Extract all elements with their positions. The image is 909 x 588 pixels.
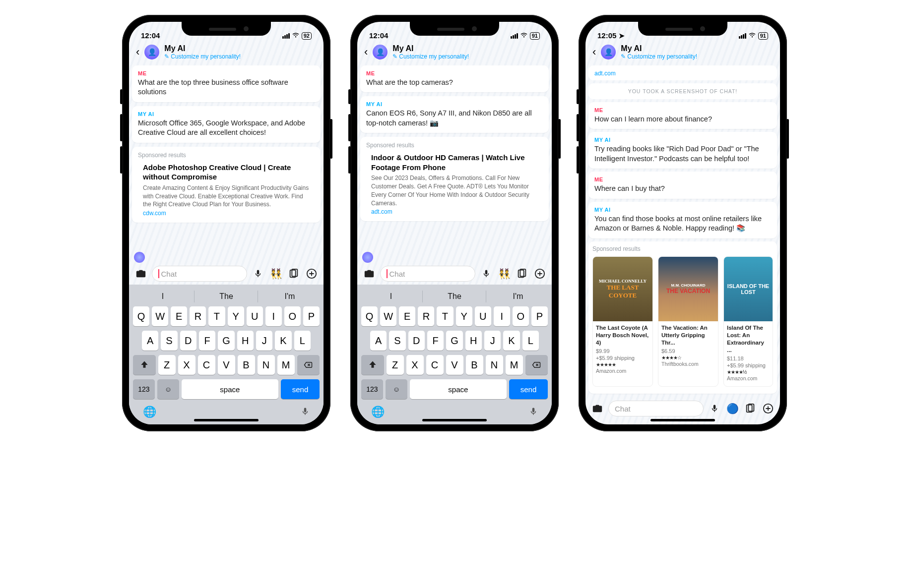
key-v[interactable]: V <box>446 355 463 375</box>
key-l[interactable]: L <box>294 331 311 351</box>
emoji-key[interactable]: ☺ <box>157 379 179 399</box>
key-o[interactable]: O <box>284 306 301 326</box>
key-z[interactable]: Z <box>158 355 176 375</box>
sponsored-link-fragment[interactable]: adt.com <box>588 65 777 80</box>
key-e[interactable]: E <box>399 306 415 326</box>
delete-key[interactable] <box>297 355 320 375</box>
send-key[interactable]: send <box>281 379 320 399</box>
keyboard[interactable]: I The I'm QWERTYUIOP ASDFGHJKL ZXCVBNM 1… <box>357 285 552 424</box>
key-m[interactable]: M <box>277 355 295 375</box>
mic-icon[interactable] <box>479 267 493 281</box>
key-t[interactable]: T <box>208 306 225 326</box>
key-w[interactable]: W <box>152 306 168 326</box>
key-c[interactable]: C <box>426 355 444 375</box>
back-icon[interactable]: ‹ <box>592 46 596 59</box>
key-r[interactable]: R <box>418 306 434 326</box>
bitmoji-icon[interactable]: 👯 <box>497 267 511 281</box>
key-u[interactable]: U <box>475 306 491 326</box>
key-h[interactable]: H <box>237 331 254 351</box>
customize-link[interactable]: ✎ Customize my personality! <box>621 53 697 60</box>
back-icon[interactable]: ‹ <box>364 46 368 59</box>
key-x[interactable]: X <box>406 355 424 375</box>
key-x[interactable]: X <box>178 355 195 375</box>
key-k[interactable]: K <box>275 331 291 351</box>
key-c[interactable]: C <box>198 355 215 375</box>
chat-area[interactable]: ME What are the top three business offic… <box>129 65 324 263</box>
key-f[interactable]: F <box>199 331 215 351</box>
dictate-icon[interactable] <box>301 406 310 420</box>
sponsored-card[interactable]: Sponsored results Indoor & Outdoor HD Ca… <box>360 137 549 221</box>
send-key[interactable]: send <box>509 379 548 399</box>
key-i[interactable]: I <box>494 306 510 326</box>
sponsored-card[interactable]: Sponsored results Adobe Photoshop Creati… <box>132 147 321 223</box>
chat-area[interactable]: ME What are the top cameras? MY AI Canon… <box>357 65 552 263</box>
key-n[interactable]: N <box>486 355 503 375</box>
gallery-icon[interactable] <box>515 267 529 281</box>
key-m[interactable]: M <box>506 355 523 375</box>
numbers-key[interactable]: 123 <box>133 379 155 399</box>
key-d[interactable]: D <box>180 331 196 351</box>
mic-icon[interactable] <box>708 402 721 415</box>
key-r[interactable]: R <box>190 306 206 326</box>
home-indicator[interactable] <box>422 419 487 421</box>
chat-area[interactable]: adt.com YOU TOOK A SCREENSHOT OF CHAT! M… <box>585 65 780 398</box>
suggestion[interactable]: The <box>195 287 258 306</box>
camera-icon[interactable] <box>362 267 376 281</box>
plus-icon[interactable] <box>533 267 547 281</box>
delete-key[interactable] <box>525 355 548 375</box>
key-a[interactable]: A <box>142 331 158 351</box>
plus-icon[interactable] <box>761 402 775 415</box>
gallery-icon[interactable] <box>287 267 301 281</box>
key-v[interactable]: V <box>218 355 235 375</box>
key-p[interactable]: P <box>303 306 320 326</box>
chat-input[interactable]: Chat <box>380 266 475 282</box>
suggestion[interactable]: The <box>423 287 486 306</box>
key-u[interactable]: U <box>247 306 263 326</box>
key-d[interactable]: D <box>408 331 425 351</box>
key-j[interactable]: J <box>256 331 272 351</box>
suggestion[interactable]: I'm <box>258 287 322 306</box>
key-q[interactable]: Q <box>361 306 378 326</box>
back-icon[interactable]: ‹ <box>136 46 139 59</box>
bitmoji-icon[interactable]: 👯 <box>269 267 283 281</box>
chat-input[interactable]: Chat <box>152 266 247 282</box>
chat-input[interactable]: Chat <box>608 401 704 416</box>
key-p[interactable]: P <box>531 306 548 326</box>
home-indicator[interactable] <box>650 419 715 421</box>
space-key[interactable]: space <box>410 379 507 399</box>
key-j[interactable]: J <box>484 331 501 351</box>
key-s[interactable]: S <box>161 331 177 351</box>
plus-icon[interactable] <box>305 267 319 281</box>
key-w[interactable]: W <box>380 306 396 326</box>
avatar[interactable]: 👤 <box>601 45 616 59</box>
key-g[interactable]: G <box>218 331 234 351</box>
bitmoji-icon[interactable]: 🔵 <box>725 402 739 415</box>
key-b[interactable]: B <box>238 355 255 375</box>
key-a[interactable]: A <box>370 331 387 351</box>
dictate-icon[interactable] <box>529 406 538 420</box>
product-card[interactable]: MICHAEL CONNELLYTHE LAST COYOTE The Last… <box>592 256 653 387</box>
suggestion[interactable]: I <box>131 287 195 306</box>
product-card[interactable]: ISLAND OF THE LOST Island Of The Lost: A… <box>723 256 773 387</box>
key-g[interactable]: G <box>446 331 462 351</box>
mic-icon[interactable] <box>251 267 265 281</box>
customize-link[interactable]: ✎ Customize my personality! <box>164 53 241 60</box>
key-q[interactable]: Q <box>133 306 149 326</box>
key-f[interactable]: F <box>427 331 444 351</box>
gallery-icon[interactable] <box>743 402 757 415</box>
key-t[interactable]: T <box>437 306 453 326</box>
avatar[interactable]: 👤 <box>373 45 388 59</box>
shift-key[interactable] <box>361 355 384 375</box>
keyboard[interactable]: I The I'm QWERTYUIOP ASDFGHJKL ZXCVBNM 1… <box>129 285 324 424</box>
shift-key[interactable] <box>133 355 156 375</box>
key-s[interactable]: S <box>389 331 405 351</box>
key-n[interactable]: N <box>258 355 275 375</box>
camera-icon[interactable] <box>134 267 148 281</box>
home-indicator[interactable] <box>194 419 259 421</box>
customize-link[interactable]: ✎ Customize my personality! <box>392 53 469 60</box>
globe-icon[interactable]: 🌐 <box>371 406 385 420</box>
key-z[interactable]: Z <box>387 355 404 375</box>
key-i[interactable]: I <box>265 306 282 326</box>
product-card[interactable]: M.M. CHOUINARDTHE VACATION The Vacation:… <box>658 256 718 387</box>
space-key[interactable]: space <box>182 379 278 399</box>
